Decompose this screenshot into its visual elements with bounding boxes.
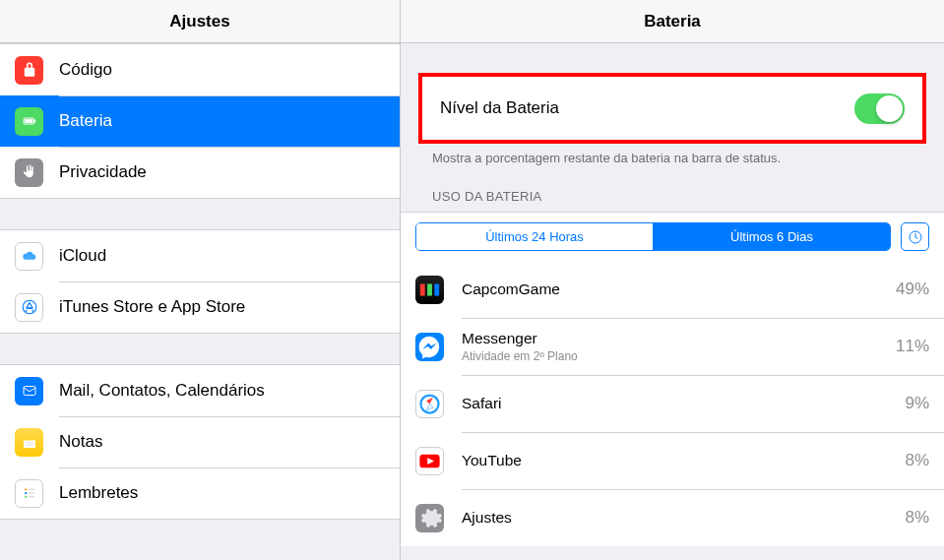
usage-heading: USO DA BATERIA [401,165,944,212]
svg-rect-2 [33,120,34,123]
app-pct: 11% [896,337,929,356]
segment-container: Últimos 24 Horas Últimos 6 Dias [401,212,944,261]
app-icon [415,333,444,361]
app-name: YouTube [462,452,905,469]
battery-level-toggle[interactable] [854,93,905,124]
svg-rect-4 [24,387,35,396]
app-name: Ajustes [462,509,905,527]
svg-rect-17 [434,283,439,295]
sidebar-group: Código Bateria Privacidade [0,43,400,199]
list-item[interactable]: Safari 9% [401,375,944,432]
sidebar-item-label: iCloud [59,246,106,266]
time-range-segment: Últimos 24 Horas Últimos 6 Dias [415,222,891,251]
app-pct: 8% [905,451,929,470]
svg-point-9 [25,492,27,494]
content-pane: Bateria Nível da Bateria Mostra a porcen… [401,0,944,560]
sidebar-item-reminders[interactable]: Lembretes [0,467,400,519]
mail-icon [15,377,43,405]
svg-point-8 [25,488,27,490]
highlight-annotation: Nível da Bateria [418,73,926,144]
battery-icon [15,107,43,136]
clock-icon [908,229,923,245]
battery-level-row[interactable]: Nível da Bateria [422,77,922,140]
list-item[interactable]: Ajustes 8% [401,489,944,546]
settings-sidebar: Ajustes Código Bateria Privacidade iClou… [0,0,401,560]
list-item[interactable]: MessengerAtividade em 2º Plano 11% [401,318,944,375]
sidebar-item-label: Código [59,60,112,80]
notes-icon [15,428,43,457]
sidebar-item-label: Mail, Contatos, Calendários [59,381,265,401]
segment-24h[interactable]: Últimos 24 Horas [416,223,653,250]
list-item[interactable]: CapcomGame 49% [401,261,944,318]
hand-icon [15,158,43,187]
svg-point-10 [25,496,27,498]
sidebar-item-label: Privacidade [59,162,147,182]
sidebar-item-appstore[interactable]: iTunes Store e App Store [0,281,400,333]
cloud-icon [15,242,43,271]
sidebar-item-notes[interactable]: Notas [0,416,400,467]
svg-rect-5 [24,441,35,449]
app-name: Messenger [462,330,896,347]
app-pct: 9% [905,394,929,413]
sidebar-item-mail[interactable]: Mail, Contatos, Calendários [0,365,400,416]
appstore-icon [15,293,43,322]
app-sub: Atividade em 2º Plano [462,349,896,363]
svg-rect-16 [427,283,432,295]
sidebar-item-privacy[interactable]: Privacidade [0,147,400,198]
svg-rect-1 [25,119,32,123]
lock-icon [15,56,43,85]
battery-level-desc: Mostra a porcentagem restante da bateria… [401,144,944,165]
app-name: Safari [462,395,905,412]
app-name: CapcomGame [462,280,896,298]
list-item[interactable]: YouTube 8% [401,432,944,489]
reminders-icon [15,479,43,508]
sidebar-item-label: iTunes Store e App Store [59,297,245,317]
app-pct: 49% [896,280,929,299]
sidebar-item-label: Notas [59,432,102,452]
battery-level-label: Nível da Bateria [440,98,854,118]
sidebar-item-passcode[interactable]: Código [0,44,400,95]
sidebar-item-label: Bateria [59,111,112,131]
app-icon [415,504,444,532]
content-title: Bateria [401,0,944,43]
svg-rect-15 [420,283,425,295]
usage-app-list: CapcomGame 49% MessengerAtividade em 2º … [401,261,944,546]
app-pct: 8% [905,508,929,528]
app-icon [415,390,444,418]
sidebar-item-label: Lembretes [59,483,138,503]
sidebar-item-battery[interactable]: Bateria [0,95,400,147]
sidebar-title: Ajustes [0,0,400,43]
app-icon [415,447,444,475]
sidebar-item-icloud[interactable]: iCloud [0,230,400,281]
app-icon [415,276,444,304]
sidebar-group: Mail, Contatos, Calendários Notas Lembre… [0,364,400,520]
sidebar-group: iCloud iTunes Store e App Store [0,229,400,334]
segment-6d[interactable]: Últimos 6 Dias [653,223,890,250]
clock-button[interactable] [901,222,929,251]
